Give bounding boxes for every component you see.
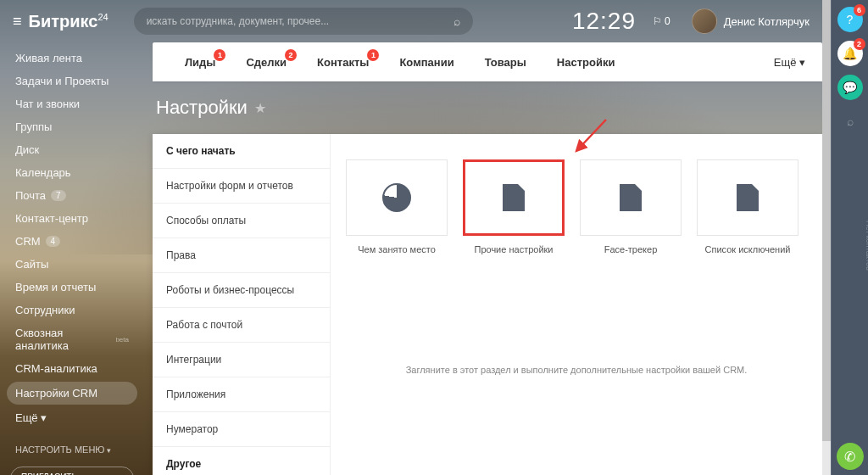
nav-item[interactable]: Сквозная аналитикаbeta	[0, 321, 144, 357]
user-name: Денис Котлярчук	[724, 15, 810, 28]
tile-label: Прочие настройки	[463, 244, 565, 254]
tab[interactable]: Сделки2	[231, 42, 302, 81]
nav-item[interactable]: Ещё ▾	[0, 406, 144, 429]
logo[interactable]: Битрикс24	[29, 12, 108, 31]
side-contacts-text: Нет контактов	[865, 221, 868, 274]
search-box[interactable]: ⌕	[134, 8, 473, 35]
document-icon	[620, 184, 642, 211]
tile-label: Чем занято место	[346, 244, 448, 254]
pie-icon	[382, 183, 411, 212]
side-menu-item[interactable]: Настройки форм и отчетов	[153, 169, 330, 204]
nav-item[interactable]: Живая лента	[0, 47, 144, 70]
help-badge: 6	[854, 4, 865, 16]
tile-label: Список исключений	[697, 244, 798, 254]
nav-item[interactable]: Чат и звонки	[0, 92, 144, 115]
search-input[interactable]	[147, 15, 453, 27]
main-panel: Лиды1Сделки2Контакты1КомпанииТоварыНастр…	[153, 42, 822, 458]
side-menu-item[interactable]: Нумератор	[153, 412, 330, 447]
side-menu-item[interactable]: Интеграции	[153, 343, 330, 377]
sidebar-search-icon[interactable]: ⌕	[837, 109, 863, 134]
side-menu-item[interactable]: Роботы и бизнес-процессы	[153, 273, 330, 308]
top-bar: ≡ Битрикс24 ⌕ 12:29 ⚐0 Денис Котлярчук	[0, 0, 822, 42]
scrollbar[interactable]	[822, 0, 831, 475]
tab-badge: 2	[285, 49, 297, 61]
nav-item[interactable]: CRM-аналитика	[0, 357, 144, 380]
tile-label: Face-трекер	[580, 244, 682, 254]
nav-item[interactable]: Настройки CRM	[7, 382, 137, 405]
nav-item[interactable]: CRM4	[0, 230, 144, 253]
tab-bar: Лиды1Сделки2Контакты1КомпанииТоварыНастр…	[153, 42, 822, 81]
cart-widget[interactable]: ⚐0	[653, 15, 670, 27]
settings-tile[interactable]: Face-трекер	[580, 159, 682, 254]
side-menu-item[interactable]: С чего начать	[153, 134, 330, 169]
tab[interactable]: Настройки	[542, 42, 631, 81]
tab[interactable]: Лиды1	[170, 42, 231, 81]
tiles-area: Чем занято местоПрочие настройкиFace-тре…	[331, 134, 822, 475]
nav-item[interactable]: Календарь	[0, 161, 144, 184]
notif-badge: 2	[854, 38, 865, 50]
hamburger-icon[interactable]: ≡	[13, 13, 22, 31]
cart-icon: ⚐	[653, 15, 662, 27]
settings-tile[interactable]: Чем занято место	[346, 159, 448, 254]
notifications-icon[interactable]: 🔔2	[837, 41, 863, 66]
clock: 12:29	[572, 8, 636, 35]
nav-item[interactable]: Время и отчеты	[0, 276, 144, 299]
avatar	[692, 8, 717, 34]
scrollbar-thumb[interactable]	[822, 0, 831, 441]
nav-item[interactable]: Контакт-центр	[0, 207, 144, 230]
settings-tile[interactable]: Прочие настройки	[463, 159, 565, 254]
side-menu-item[interactable]: Приложения	[153, 377, 330, 412]
tabs-more[interactable]: Ещё ▾	[774, 56, 805, 69]
nav-item[interactable]: Почта7	[0, 184, 144, 207]
tab[interactable]: Компании	[384, 42, 469, 81]
side-menu-item[interactable]: Работа с почтой	[153, 308, 330, 343]
nav-badge: 7	[51, 190, 66, 201]
tab[interactable]: Товары	[470, 42, 542, 81]
document-icon	[737, 184, 759, 211]
settings-tile[interactable]: Список исключений	[697, 159, 798, 254]
settings-side-menu: С чего начатьНастройки форм и отчетовСпо…	[153, 134, 331, 475]
tab[interactable]: Контакты1	[302, 42, 384, 81]
nav-item[interactable]: Задачи и Проекты	[0, 70, 144, 92]
search-icon[interactable]: ⌕	[453, 14, 460, 28]
left-nav: Живая лентаЗадачи и ПроектыЧат и звонкиГ…	[0, 47, 144, 475]
configure-menu[interactable]: НАСТРОИТЬ МЕНЮ	[0, 439, 144, 460]
user-menu[interactable]: Денис Котлярчук	[692, 8, 810, 34]
nav-item[interactable]: Сотрудники	[0, 299, 144, 321]
chat-icon[interactable]: 💬	[837, 75, 863, 100]
tab-badge: 1	[214, 49, 225, 61]
nav-item[interactable]: Сайты	[0, 253, 144, 276]
nav-item[interactable]: Диск	[0, 138, 144, 161]
page-title: Настройки★	[153, 81, 822, 134]
nav-badge: 4	[46, 236, 61, 247]
help-icon[interactable]: ?6	[837, 7, 863, 32]
nav-item[interactable]: Группы	[0, 115, 144, 138]
side-menu-item[interactable]: Другое	[153, 447, 330, 475]
hint-text: Загляните в этот раздел и выполните допо…	[346, 365, 807, 375]
document-icon	[503, 184, 525, 211]
favorite-star-icon[interactable]: ★	[254, 100, 266, 116]
side-menu-item[interactable]: Способы оплаты	[153, 204, 330, 238]
side-menu-item[interactable]: Права	[153, 238, 330, 273]
phone-icon[interactable]: ✆	[837, 443, 864, 470]
invite-button[interactable]: ПРИГЛАСИТЬ СОТРУДНИКОВ +	[10, 467, 134, 475]
right-bar: ?6 🔔2 💬 ⌕ ✆	[831, 0, 868, 475]
content-panel: С чего начатьНастройки форм и отчетовСпо…	[153, 134, 822, 475]
tab-badge: 1	[367, 49, 379, 61]
